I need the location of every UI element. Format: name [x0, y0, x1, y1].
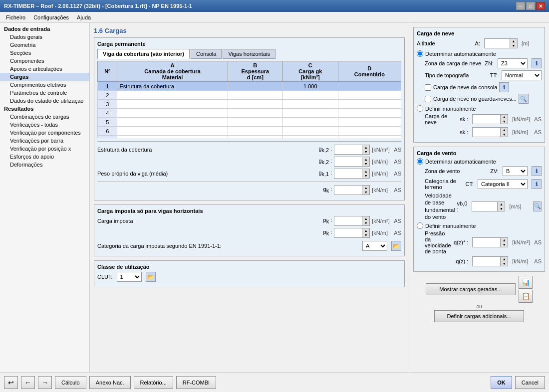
ok-button[interactable]: OK: [491, 376, 512, 389]
vb0-dn[interactable]: ▼: [498, 206, 505, 211]
cell-espessura[interactable]: [228, 136, 283, 139]
pk-dn[interactable]: ▼: [362, 221, 369, 225]
qz-up[interactable]: ▲: [501, 238, 508, 242]
gk1-dn[interactable]: ▼: [362, 174, 369, 178]
cell-material[interactable]: [117, 100, 228, 109]
cell-carga[interactable]: [283, 100, 338, 109]
sk2-dn[interactable]: ▼: [501, 132, 508, 137]
export-icon-btn1[interactable]: 📊: [519, 276, 533, 289]
gk1-up[interactable]: ▲: [362, 169, 369, 174]
qz-input[interactable]: 1.244: [473, 238, 500, 247]
neve-guarda-check[interactable]: [425, 96, 431, 102]
sidebar-item-parametros[interactable]: Parâmetros de controle: [0, 89, 89, 97]
sk-spinner[interactable]: 0.000 ▲ ▼: [472, 114, 508, 124]
gk2-input[interactable]: 1.000: [334, 145, 362, 154]
tab-consola[interactable]: Consola: [191, 49, 222, 59]
relatorio-button[interactable]: Relatório...: [134, 376, 173, 389]
cell-carga[interactable]: [283, 127, 338, 136]
cell-comentario[interactable]: [338, 109, 401, 118]
pk-up[interactable]: ▲: [362, 216, 369, 221]
cat-terreno-select[interactable]: Categoria ICategoria IICategoria IIICate…: [478, 179, 528, 189]
menu-ajuda[interactable]: Ajuda: [73, 13, 95, 21]
sk-dn[interactable]: ▼: [501, 119, 508, 124]
clut-select[interactable]: 123: [117, 272, 142, 282]
zona-neve-info-button[interactable]: ℹ: [532, 58, 542, 68]
vb0-up[interactable]: ▲: [498, 202, 505, 206]
qz2-input[interactable]: 0.933: [473, 257, 500, 266]
cell-comentario[interactable]: [338, 100, 401, 109]
pk-spinner[interactable]: 2.000 ▲ ▼: [334, 216, 370, 226]
sidebar-item-apoios[interactable]: Apoios e articulações: [0, 65, 89, 73]
cell-comentario[interactable]: [338, 136, 401, 139]
menu-configuracoes[interactable]: Configurações: [29, 13, 73, 21]
cell-comentario[interactable]: [338, 82, 401, 91]
categoria-select[interactable]: ABCDE: [362, 241, 387, 251]
cell-carga[interactable]: [283, 118, 338, 127]
icon-btn-1[interactable]: ↩: [4, 376, 18, 389]
sidebar-item-cargas[interactable]: Cargas: [0, 73, 89, 81]
pk2-dn[interactable]: ▼: [362, 233, 369, 237]
table-row[interactable]: 7: [98, 136, 401, 139]
sidebar-section-input[interactable]: Dados de entrada: [0, 25, 89, 33]
table-row[interactable]: 3: [98, 100, 401, 109]
zona-vento-info[interactable]: ℹ: [532, 166, 542, 176]
sidebar-item-dados-gerais[interactable]: Dados gerais: [0, 33, 89, 41]
pk2-spinner[interactable]: 1.500 ▲ ▼: [334, 228, 370, 238]
sidebar-item-verificacao-posicao[interactable]: Verificação por posição x: [0, 145, 89, 153]
cell-material[interactable]: [117, 118, 228, 127]
table-row[interactable]: 4: [98, 109, 401, 118]
cell-material[interactable]: [117, 91, 228, 100]
sk2-spinner[interactable]: 0.000 ▲ ▼: [472, 127, 508, 137]
vento-manual-radio[interactable]: [417, 222, 423, 229]
neve-manual-radio[interactable]: [417, 105, 423, 112]
cell-espessura[interactable]: [228, 91, 283, 100]
qz2-spinner[interactable]: 0.933 ▲ ▼: [472, 256, 508, 266]
sidebar-item-verificacoes-barra[interactable]: Verificações por barra: [0, 137, 89, 145]
altitude-input[interactable]: 450: [485, 39, 510, 48]
mostrar-cargas-button[interactable]: Mostrar cargas geradas...: [426, 283, 516, 295]
cell-espessura[interactable]: [228, 109, 283, 118]
table-row[interactable]: 1 Estrutura da cobertura 1.000: [98, 82, 401, 91]
categoria-info-button[interactable]: 📂: [391, 241, 401, 251]
gk2-spinner[interactable]: 1.000 ▲ ▼: [334, 145, 370, 155]
sk-up[interactable]: ▲: [501, 115, 508, 119]
neve-consola-info[interactable]: ℹ: [499, 82, 509, 92]
sidebar-item-estado[interactable]: Dados do estado de utilização: [0, 97, 89, 105]
cell-material[interactable]: [117, 136, 228, 139]
gk2b-dn[interactable]: ▼: [362, 162, 369, 166]
table-row[interactable]: 6: [98, 127, 401, 136]
neve-guarda-mag[interactable]: 🔍: [519, 94, 529, 104]
vb0-mag[interactable]: 🔍: [533, 201, 542, 211]
altitude-spinner[interactable]: 450 ▲ ▼: [484, 38, 518, 48]
clut-info-button[interactable]: 📂: [146, 272, 156, 282]
sidebar-item-esforcos[interactable]: Esforços do apoio: [0, 153, 89, 161]
gk-spinner[interactable]: 0.831 ▲ ▼: [334, 185, 370, 195]
sidebar-section-results[interactable]: Resultados: [0, 105, 89, 113]
cell-material[interactable]: [117, 127, 228, 136]
gk-dn[interactable]: ▼: [362, 190, 369, 195]
pk2-input[interactable]: 1.500: [334, 228, 362, 237]
sidebar-item-deformacoes[interactable]: Deformações: [0, 161, 89, 169]
minimize-button[interactable]: ─: [516, 2, 525, 10]
vb0-input[interactable]: 30.0: [472, 202, 497, 211]
cell-espessura[interactable]: [228, 82, 283, 91]
definir-cargas-button[interactable]: Definir cargas adicionais...: [434, 310, 524, 322]
sidebar-item-combinacoes[interactable]: Combinações de cargas: [0, 113, 89, 121]
cell-carga[interactable]: [283, 91, 338, 100]
pk2-up[interactable]: ▲: [362, 228, 369, 233]
menu-ficheiro[interactable]: Ficheiro: [2, 13, 29, 21]
vb0-spinner[interactable]: 30.0 ▲ ▼: [472, 201, 505, 211]
calc-button[interactable]: Cálculo: [55, 376, 86, 389]
gk-up[interactable]: ▲: [362, 186, 369, 190]
gk2-dn[interactable]: ▼: [362, 150, 369, 154]
close-button[interactable]: ✕: [536, 2, 545, 10]
gk2b-spinner[interactable]: 0.750 ▲ ▼: [334, 157, 370, 167]
maximize-button[interactable]: □: [526, 2, 535, 10]
sidebar-item-seccoes[interactable]: Secções: [0, 49, 89, 57]
export-icon-btn2[interactable]: 📋: [519, 290, 533, 303]
vento-auto-radio[interactable]: [417, 158, 423, 165]
sidebar-item-verificacoes-todas[interactable]: Verificações - todas: [0, 121, 89, 129]
gk2-up[interactable]: ▲: [362, 145, 369, 150]
zona-vento-select[interactable]: ABCD: [503, 166, 528, 176]
cell-comentario[interactable]: [338, 91, 401, 100]
